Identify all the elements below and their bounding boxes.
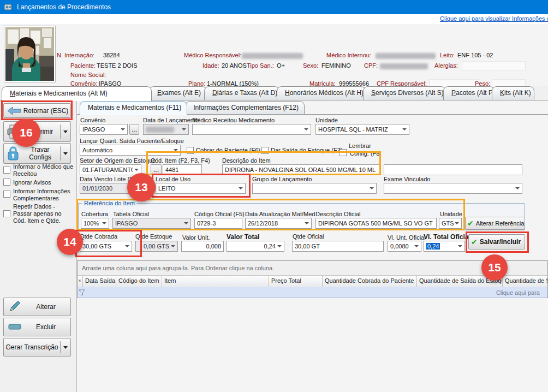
alterar-referencia-button[interactable]: ✔Alterar Referência	[465, 217, 525, 230]
data-atualizacao-label: Data Atualização Mat/Med	[245, 211, 315, 217]
excluir-button[interactable]: Excluir	[3, 318, 71, 336]
qtde-estoque-dropdown[interactable]: 0,00 GTS	[135, 241, 178, 252]
checkbox-informar-informacoes[interactable]	[3, 191, 10, 198]
checkbox-lembrar-config[interactable]	[339, 149, 347, 156]
tab-honorarios-medicos[interactable]: Honorários Médicos (Alt H)	[277, 86, 366, 100]
cod-item-label: Cód. Item (F2, F3, F4)	[151, 157, 210, 164]
gerar-transcricao-button[interactable]: Gerar Transcrição	[3, 338, 71, 357]
checkbox-repetir-dados-label: Repetir Dados - Passar apenas no Cód. It…	[13, 203, 74, 224]
grupo-lancamento-dropdown[interactable]	[252, 183, 377, 194]
valor-unit-input[interactable]: 0,008	[181, 241, 224, 252]
patient-photo-image	[5, 27, 54, 81]
chevron-down-icon	[102, 222, 106, 224]
tab-exames[interactable]: Exames (Alt E)	[149, 86, 207, 100]
descricao-complemento-input[interactable]	[384, 164, 522, 175]
tab-materiais-medicamentos[interactable]: Materiais e Medicamentos (Alt M)	[2, 86, 152, 101]
valor-total-label: Valor Total	[227, 233, 259, 241]
medico-receitou-label: Médico Receitou Medicamento	[192, 117, 275, 123]
descricao-item-label: Descrição do Item	[222, 157, 271, 164]
sub-tabbar: Materiais e Medicamentos (F11) Informaçõ…	[80, 101, 302, 115]
cobertura-dropdown[interactable]: 100%	[81, 218, 109, 229]
gerar-dropdown-arrow[interactable]	[63, 346, 68, 349]
data-vencto-input[interactable]: 01/01/2030	[80, 183, 140, 194]
cod-item-ellipsis-button[interactable]: ...	[151, 164, 162, 175]
medico-receitou-dropdown[interactable]	[192, 124, 311, 135]
exame-vinculado-dropdown[interactable]	[384, 183, 522, 194]
filter-funnel-icon	[79, 289, 85, 296]
tab-servicos-diversos[interactable]: Serviços Diversos (Alt S)	[363, 86, 446, 100]
alterar-button[interactable]: Alterar	[3, 298, 71, 316]
column-header-data-saida[interactable]: Data Saída	[83, 276, 116, 287]
link-bar: Clique aqui para visualizar Informações …	[0, 14, 548, 24]
qtde-estoque-label: Qtde Estoque	[135, 233, 172, 240]
descricao-oficial-input[interactable]: DIPIRONA GOTAS 500 MG/ML SO VO GT	[315, 218, 437, 229]
checkbox-dar-saida-label: Dar Saída do Estoque (F7)	[271, 147, 342, 154]
grid-group-band[interactable]: Arraste uma coluna aqui para agrupa-la. …	[78, 261, 547, 276]
paciente-value: TESTE 2 DOIS	[97, 62, 138, 69]
unidade-dropdown[interactable]: HOSPITAL SQL - MATRIZ	[315, 124, 409, 135]
window-titlebar: Lançamentos de Procedimentos	[0, 0, 548, 14]
convenio-dropdown[interactable]: IPASGO	[80, 124, 128, 135]
grid-filter-row[interactable]: Clique aqui para	[78, 287, 547, 298]
tabela-oficial-dropdown[interactable]: IPASGO	[112, 218, 191, 229]
lancar-quant-dropdown[interactable]: Automático	[80, 145, 181, 156]
qtde-oficial-label: Qtde Oficial	[293, 233, 324, 240]
checkbox-ignorar-avisos-label: Ignorar Avisos	[13, 179, 74, 186]
referencia-unidade-dropdown[interactable]: GTS	[439, 218, 462, 229]
visualizar-informacoes-link[interactable]: Clique aqui para visualizar Informações …	[440, 15, 548, 22]
travar-dropdown-arrow[interactable]	[63, 152, 68, 155]
column-header-item[interactable]: Item	[162, 276, 269, 287]
checkbox-cobrar-paciente[interactable]	[187, 147, 194, 154]
alergias-value-box	[462, 61, 526, 70]
checkbox-informar-informacoes-label: Informar Informações Complementares	[13, 188, 74, 202]
n-internacao-label: N. Internação:	[57, 52, 94, 58]
imprimir-dropdown-arrow[interactable]	[63, 130, 68, 133]
data-atualizacao-dropdown[interactable]: 26/12/2018	[245, 218, 312, 229]
retornar-button[interactable]: Retornar (ESC)	[3, 103, 71, 118]
column-header-preco-total[interactable]: Preço Total	[269, 276, 323, 287]
valor-total-dropdown[interactable]: 0,24	[227, 241, 284, 252]
checkbox-repetir-dados[interactable]	[3, 210, 10, 217]
checkbox-dar-saida[interactable]	[261, 147, 269, 154]
convenio-ellipsis-button[interactable]: ...	[129, 124, 139, 135]
qtde-cobrada-dropdown[interactable]: 30,00 GTS	[80, 241, 132, 252]
checkbox-ignorar-avisos[interactable]	[3, 179, 10, 186]
descricao-item-input[interactable]: DIPIRONA - NOVALGINA SOL ORAL 500 MG/ML …	[222, 164, 380, 175]
patient-header: N. Internação: 38284 Médico Responsável:…	[0, 24, 548, 86]
tab-kits[interactable]: Kits (Alt K)	[492, 86, 534, 100]
tab-diarias-taxas[interactable]: Diárias e Taxas (Alt D)	[204, 86, 279, 100]
setor-origem-dropdown[interactable]: 01.FATURAMENTO (VIR	[80, 164, 141, 175]
medico-internou-value-redacted	[376, 53, 436, 59]
subtab-informacoes-f12[interactable]: Informações Complementares (F12)	[185, 101, 305, 114]
vl-total-oficial-input[interactable]: 0,24	[424, 241, 465, 252]
codigo-oficial-input[interactable]: 0729-3	[194, 218, 242, 229]
travar-configs-button[interactable]: Travar Configs	[3, 143, 71, 164]
subtab-materiais-f11[interactable]: Materiais e Medicamentos (F11)	[80, 101, 187, 115]
column-header-codigo-item[interactable]: Código do Item	[116, 276, 162, 287]
imprimir-button[interactable]: Imprimir	[3, 121, 71, 142]
qtde-oficial-input[interactable]: 30,00 GT	[292, 241, 384, 252]
codigo-oficial-label: Código Oficial (F5)	[194, 211, 245, 217]
data-lancamento-dropdown[interactable]	[143, 124, 189, 135]
exame-vinculado-label: Exame Vinculado	[384, 176, 430, 182]
vl-unt-oficial-label: Vl. Unt. Oficial	[388, 234, 426, 241]
nome-social-label: Nome Social:	[70, 72, 106, 78]
column-header-qtd-cobrada[interactable]: Quantidade Cobrada do Paciente	[323, 276, 417, 287]
column-header-qtd-sa[interactable]: Quantidade de Sa	[503, 276, 547, 287]
tab-pacotes[interactable]: Pacotes (Alt P)	[443, 86, 495, 100]
chevron-down-icon	[174, 149, 178, 151]
vl-unt-oficial-dropdown[interactable]: 0,0080	[388, 241, 421, 252]
medico-internou-label: Médico Internou:	[326, 52, 371, 58]
checkbox-informar-medico[interactable]	[3, 167, 10, 174]
pencil-icon	[8, 301, 21, 313]
valor-unit-label: Valor Unit.	[182, 234, 210, 241]
chevron-down-icon	[125, 245, 129, 247]
cpf-label: CPF:	[364, 62, 378, 69]
chevron-down-icon	[304, 128, 308, 130]
column-header-qtd-saida[interactable]: Quantidade de Saída do Estoque	[417, 276, 503, 287]
local-uso-dropdown[interactable]: LEITO	[156, 183, 246, 194]
window-title: Lançamentos de Procedimentos	[17, 3, 111, 11]
convenio-label: Convênio	[80, 117, 105, 123]
cod-item-input[interactable]: 4481	[163, 164, 202, 175]
salvar-incluir-button[interactable]: ✔Salvar/Incluir	[468, 234, 525, 250]
